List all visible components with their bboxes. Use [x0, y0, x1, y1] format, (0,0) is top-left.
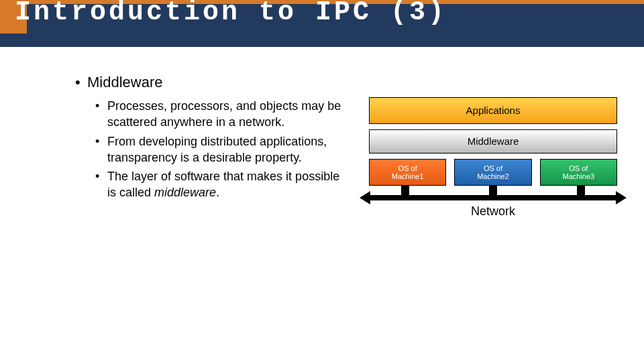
connector-3 [577, 186, 585, 195]
title-bar: Introduction to IPC (3) [0, 0, 644, 47]
sub-bullet-3-post: . [216, 186, 219, 199]
os2-line1: OS of [484, 164, 502, 172]
middleware-diagram: Applications Middleware OS of Machine1 O… [369, 97, 617, 219]
os-row: OS of Machine1 OS of Machine2 OS of Mach… [369, 159, 617, 186]
middleware-layer: Middleware [369, 129, 617, 154]
slide-content: Middleware Processes, processors, and ob… [0, 47, 644, 201]
os-box-1: OS of Machine1 [369, 159, 446, 186]
os-box-2: OS of Machine2 [454, 159, 531, 186]
connector-row [369, 186, 617, 195]
sub-bullet-2: From developing distributed applications… [107, 133, 349, 166]
applications-layer: Applications [369, 97, 617, 124]
os-box-3: OS of Machine3 [540, 159, 617, 186]
slide-title: Introduction to IPC (3) [15, 0, 447, 27]
os1-line2: Machine1 [392, 172, 424, 180]
connector-1 [401, 186, 409, 195]
sub-bullet-1: Processes, processors, and objects may b… [107, 98, 349, 131]
os3-line2: Machine3 [562, 172, 594, 180]
sub-bullet-3-em: middleware [154, 186, 216, 199]
sub-bullet-list: Processes, processors, and objects may b… [107, 98, 349, 201]
heading-bullet: Middleware [87, 74, 604, 91]
sub-bullet-3: The layer of software that makes it poss… [107, 168, 349, 201]
network-bar [369, 195, 617, 200]
sub-bullet-3-pre: The layer of software that makes it poss… [107, 170, 339, 199]
os2-line2: Machine2 [477, 172, 509, 180]
os3-line1: OS of [569, 164, 588, 172]
os1-line1: OS of [398, 164, 417, 172]
connector-2 [489, 186, 497, 195]
network-label: Network [369, 204, 617, 219]
